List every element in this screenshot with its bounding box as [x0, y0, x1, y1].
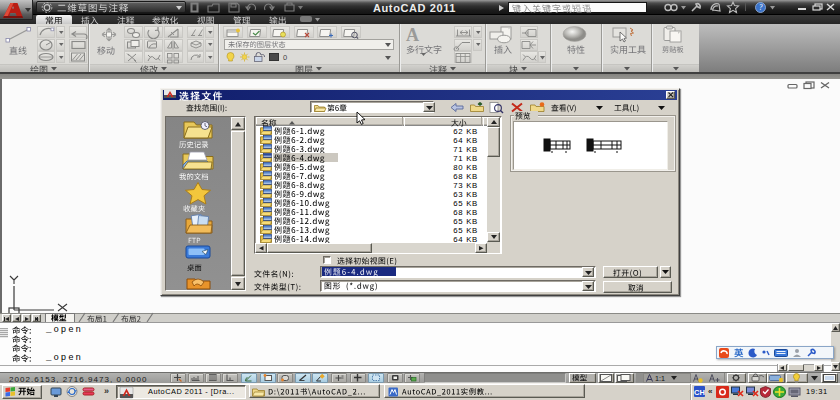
svg-text:CH: CH: [694, 388, 705, 397]
svg-text:?: ?: [759, 3, 763, 12]
